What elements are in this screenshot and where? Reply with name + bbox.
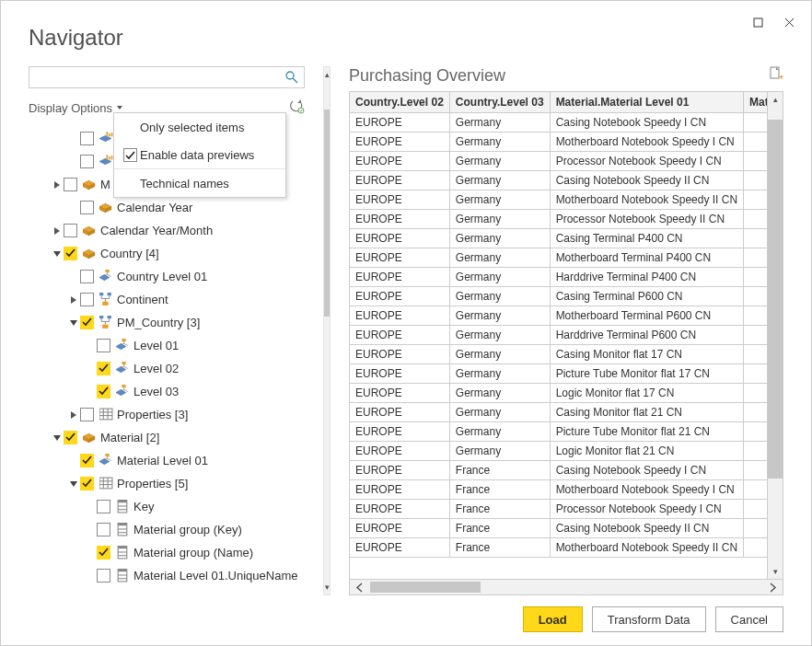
tree-item[interactable]: Continent <box>29 288 305 311</box>
checkbox[interactable] <box>80 454 94 467</box>
checkbox[interactable] <box>80 270 94 283</box>
tree-item[interactable]: Properties [3] <box>29 403 305 426</box>
tree-item[interactable]: Level 03 <box>29 380 305 403</box>
checkbox[interactable] <box>64 247 77 260</box>
checkbox[interactable] <box>64 178 77 191</box>
scroll-down-icon[interactable]: ▾ <box>324 580 330 594</box>
tree-item[interactable]: Calendar Year/Month <box>29 219 305 242</box>
scroll-right-icon[interactable] <box>762 580 783 594</box>
checkbox[interactable] <box>97 339 110 352</box>
search-icon[interactable] <box>280 67 304 87</box>
table-row[interactable]: EUROPEGermanyMotherboard Terminal P600 C… <box>350 306 767 326</box>
tree-item[interactable]: Properties [5] <box>29 472 305 495</box>
table-row[interactable]: EUROPEGermanyCasing Monitor flat 17 CN <box>350 345 767 364</box>
tree-vertical-scrollbar[interactable]: ▴ ▾ <box>323 66 331 595</box>
scrollbar-thumb[interactable] <box>768 120 783 479</box>
table-row[interactable]: EUROPEGermanyCasing Terminal P400 CN <box>350 229 767 248</box>
refresh-icon[interactable] <box>290 99 305 117</box>
table-row[interactable]: EUROPEGermanyCasing Notebook Speedy I CN <box>350 113 767 133</box>
table-row[interactable]: EUROPEGermanyProcessor Notebook Speedy I… <box>350 152 767 171</box>
twisty-icon[interactable] <box>67 480 80 488</box>
table-row[interactable]: EUROPEFranceMotherboard Notebook Speedy … <box>350 538 767 558</box>
tree-item[interactable]: Country [4] <box>29 242 305 265</box>
twisty-icon[interactable] <box>67 296 80 304</box>
scrollbar-thumb[interactable] <box>324 110 330 317</box>
tree-item[interactable]: Key <box>29 495 305 518</box>
table-row[interactable]: EUROPEGermanyProcessor Notebook Speedy I… <box>350 210 767 229</box>
tree-item[interactable]: Level 02 <box>29 357 305 380</box>
table-row[interactable]: EUROPEGermanyCasing Terminal P600 CN <box>350 287 767 306</box>
checkbox[interactable] <box>80 155 94 168</box>
table-row[interactable]: EUROPEFranceProcessor Notebook Speedy I … <box>350 500 767 519</box>
table-row[interactable]: EUROPEGermanyHarddrive Terminal P400 CN <box>350 268 767 287</box>
tree-item[interactable]: Country Level 01 <box>29 265 305 288</box>
twisty-icon[interactable] <box>51 181 64 189</box>
scroll-left-icon[interactable] <box>350 580 370 594</box>
checkbox[interactable] <box>97 523 110 536</box>
tree-item[interactable]: Material group (Name) <box>29 541 305 564</box>
checkbox[interactable] <box>97 500 110 513</box>
checkbox[interactable] <box>80 293 94 306</box>
table-row[interactable]: EUROPEGermanyCasing Notebook Speedy II C… <box>350 171 767 190</box>
checkbox[interactable] <box>97 569 110 583</box>
transform-data-button[interactable]: Transform Data <box>592 606 706 632</box>
scrollbar-thumb[interactable] <box>370 582 481 593</box>
tree-item[interactable]: Material [2] <box>29 426 305 449</box>
checkbox[interactable] <box>80 132 94 145</box>
tree-item[interactable]: PM_Country [3] <box>29 311 305 334</box>
column-header[interactable]: Country.Level 03 <box>449 92 550 113</box>
table-row[interactable]: EUROPEGermanyHarddrive Terminal P600 CN <box>350 326 767 345</box>
window-maximize-button[interactable] <box>743 12 772 32</box>
add-page-icon[interactable] <box>769 66 783 86</box>
twisty-icon[interactable] <box>51 250 64 258</box>
scroll-down-icon[interactable]: ▾ <box>768 564 783 579</box>
cancel-button[interactable]: Cancel <box>715 606 783 632</box>
column-header[interactable]: Country.Level 02 <box>350 92 449 113</box>
tree-item[interactable]: Calendar Year <box>29 196 305 219</box>
search-box[interactable] <box>29 66 305 88</box>
menu-only-selected[interactable]: Only selected items <box>114 113 285 141</box>
grid-vertical-scrollbar[interactable]: ▴ ▾ <box>767 92 783 579</box>
table-row[interactable]: EUROPEGermanyLogic Monitor flat 21 CN <box>350 442 767 461</box>
search-input[interactable] <box>29 67 280 87</box>
tree-item[interactable]: Material Level 01.UniqueName <box>29 564 305 587</box>
checkbox[interactable] <box>80 201 94 214</box>
checkbox[interactable] <box>97 362 110 375</box>
checkbox[interactable] <box>64 224 77 237</box>
grid-horizontal-scrollbar[interactable] <box>350 579 783 594</box>
window-close-button[interactable] <box>774 12 804 32</box>
tree-item[interactable]: Material Level 01 <box>29 449 305 472</box>
tree-item[interactable]: Level 01 <box>29 334 305 357</box>
twisty-icon[interactable] <box>67 411 80 419</box>
table-row[interactable]: EUROPEGermanyCasing Monitor flat 21 CN <box>350 403 767 422</box>
menu-enable-previews[interactable]: Enable data previews <box>114 141 285 168</box>
table-row[interactable]: EUROPEGermanyMotherboard Notebook Speedy… <box>350 133 767 152</box>
table-row[interactable]: EUROPEFranceMotherboard Notebook Speedy … <box>350 480 767 500</box>
table-row[interactable]: EUROPEFranceCasing Notebook Speedy II CN <box>350 519 767 538</box>
table-row[interactable]: EUROPEGermanyMotherboard Notebook Speedy… <box>350 190 767 210</box>
tree-item[interactable]: Material group (Key) <box>29 518 305 541</box>
checkbox[interactable] <box>80 316 94 329</box>
cell <box>744 442 767 461</box>
checkbox[interactable] <box>97 385 110 398</box>
table-row[interactable]: EUROPEGermanyPicture Tube Monitor flat 1… <box>350 364 767 384</box>
display-options-dropdown[interactable]: Display Options <box>29 101 122 115</box>
cell: EUROPE <box>350 538 449 558</box>
table-row[interactable]: EUROPEGermanyLogic Monitor flat 17 CN <box>350 384 767 403</box>
scroll-up-icon[interactable]: ▴ <box>324 67 330 82</box>
twisty-icon[interactable] <box>51 227 64 235</box>
twisty-icon[interactable] <box>67 319 80 327</box>
scroll-up-icon[interactable]: ▴ <box>768 92 783 107</box>
column-header[interactable]: Material.Material Level 01 <box>550 92 743 113</box>
table-row[interactable]: EUROPEGermanyPicture Tube Monitor flat 2… <box>350 422 767 442</box>
menu-technical-names[interactable]: Technical names <box>114 169 285 197</box>
checkbox[interactable] <box>97 546 110 559</box>
table-row[interactable]: EUROPEFranceCasing Notebook Speedy I CN <box>350 461 767 480</box>
checkbox[interactable] <box>80 408 94 421</box>
checkbox[interactable] <box>64 431 77 444</box>
load-button[interactable]: Load <box>523 606 583 632</box>
twisty-icon[interactable] <box>51 434 64 442</box>
column-header[interactable]: Material <box>744 92 767 113</box>
checkbox[interactable] <box>80 477 94 490</box>
table-row[interactable]: EUROPEGermanyMotherboard Terminal P400 C… <box>350 248 767 268</box>
